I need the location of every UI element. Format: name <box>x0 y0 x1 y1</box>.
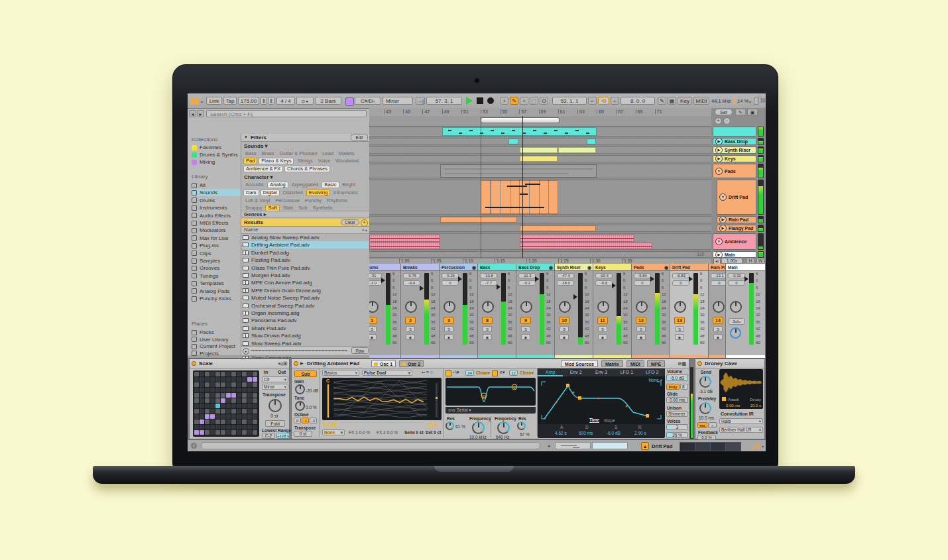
scale-grid-cell[interactable] <box>215 377 220 382</box>
scale-grid-cell[interactable] <box>242 420 247 424</box>
wavetable-display[interactable]: C <box>322 378 442 420</box>
sidebar-item-midi-effects[interactable]: MIDI Effects <box>192 219 243 227</box>
volume-field[interactable]: -7.7 <box>480 280 497 286</box>
cue-volume-knob[interactable] <box>730 327 741 339</box>
env-tab-env-3[interactable]: Env 3 <box>589 368 614 376</box>
osc-detune-value[interactable]: Det 0 ct <box>426 430 441 435</box>
env-tab-lfo-1[interactable]: LFO 1 <box>614 368 639 376</box>
track-activator-number[interactable]: 2 <box>405 317 416 324</box>
arrangement-position-field[interactable]: 57. 3. 1 <box>426 97 462 105</box>
scale-grid-cell[interactable] <box>253 430 257 435</box>
scale-grid-cell[interactable] <box>215 409 220 414</box>
scale-mode-select[interactable]: Minor <box>262 384 288 390</box>
scale-device-header[interactable]: Scale ⌖⊘▣ <box>190 359 289 368</box>
device-thumbnail-2[interactable] <box>695 442 711 451</box>
volume-field[interactable]: -1.0 <box>369 280 382 286</box>
list-item-file[interactable]: Orchestral Sweep Pad.adv <box>243 302 369 309</box>
track-play-icon[interactable]: ▶ <box>719 225 727 232</box>
volume-field[interactable]: -5.0 dB <box>666 374 688 381</box>
scale-grid-cell[interactable] <box>253 425 257 429</box>
scale-grid-cell[interactable] <box>215 420 220 424</box>
scale-grid-cell[interactable] <box>231 430 236 435</box>
add-filter-button[interactable]: + <box>361 219 368 227</box>
midi-map-button[interactable]: MIDI <box>693 97 709 105</box>
scale-grid-cell[interactable] <box>242 404 247 408</box>
scale-grid-cell[interactable] <box>237 382 241 387</box>
filter-tag-inharmonic[interactable]: Inharmonic <box>331 190 360 196</box>
sidebar-item-tunings[interactable]: Tunings <box>192 272 243 280</box>
scale-grid-cell[interactable] <box>215 393 220 398</box>
scale-grid-cell-active[interactable] <box>253 377 257 382</box>
solo-button[interactable]: S <box>369 326 377 332</box>
scale-grid-cell[interactable] <box>215 382 220 387</box>
sidebar-item-user-library[interactable]: User Library <box>192 336 238 343</box>
scale-grid-cell[interactable] <box>194 372 199 376</box>
scale-grid-cell[interactable] <box>194 425 199 429</box>
time-signature-field[interactable]: 4 / 4 <box>276 97 295 105</box>
peak-level-field[interactable]: -31 <box>369 273 382 278</box>
scale-grid-cell[interactable] <box>215 425 220 429</box>
track-header-synth-riser[interactable]: ▶Synth Riser <box>713 146 756 154</box>
play-button[interactable] <box>466 97 477 105</box>
scale-transpose-knob[interactable] <box>268 399 282 412</box>
scale-root-select[interactable]: C# <box>262 376 288 382</box>
scale-grid-cell[interactable] <box>205 430 209 435</box>
sustain-value[interactable]: -6.0 dB <box>607 431 621 435</box>
volume-fader-handle[interactable] <box>381 278 388 283</box>
pan-knob[interactable] <box>482 301 494 313</box>
list-item-file[interactable]: Drifting Ambient Pad.adv <box>243 241 369 249</box>
ir-attack-handle[interactable] <box>722 397 726 401</box>
filter-tag-stab[interactable]: Stab <box>281 205 295 211</box>
peak-level-field[interactable]: -5.83 <box>672 273 689 278</box>
scale-grid-cell[interactable] <box>237 393 241 398</box>
width-zoom-button[interactable]: W <box>756 258 764 264</box>
monitor-button[interactable]: ◉ <box>406 334 415 340</box>
scale-root-menu[interactable]: C#/D♭ <box>355 97 381 105</box>
solo-button[interactable]: S <box>521 326 530 332</box>
scale-grid-cell-active[interactable] <box>226 393 231 398</box>
volume-fader-handle[interactable] <box>744 276 751 282</box>
overdub-button[interactable]: + <box>501 97 508 105</box>
predelay-sync-button[interactable]: ♪ <box>708 422 717 428</box>
tab-osc1[interactable]: Osc 1 <box>371 360 396 367</box>
track-activator-number[interactable]: 13 <box>674 317 685 324</box>
ir-attack-value[interactable]: 0.00 ms <box>726 404 740 408</box>
tempo-field[interactable]: 175.00 <box>238 97 259 105</box>
scale-grid-cell[interactable] <box>194 393 199 398</box>
volume-fader-handle[interactable] <box>573 294 580 300</box>
scale-grid-cell[interactable] <box>226 404 231 408</box>
scale-name-menu[interactable]: Minor <box>383 97 413 105</box>
pan-knob[interactable] <box>559 301 571 313</box>
track-activator-number[interactable]: 14 <box>713 317 723 324</box>
octave-0-button[interactable]: 0 <box>294 418 301 423</box>
track-play-icon[interactable]: ▶ <box>715 155 723 162</box>
sidebar-item-max-for-live[interactable]: Max for Live <box>192 235 243 242</box>
mixer-strip-drift-pad[interactable]: Drift Pad-5.830606121824303642486013S◉ <box>670 264 709 358</box>
volume-field[interactable]: -0.2 <box>518 280 536 286</box>
mini-clip-box[interactable] <box>592 442 628 449</box>
monitor-button[interactable]: ◉ <box>369 334 377 340</box>
scale-grid-cell[interactable] <box>231 388 236 392</box>
filter-tag-arpeggiated[interactable]: Arpeggiated <box>290 182 320 188</box>
raw-button[interactable]: Raw <box>351 347 369 354</box>
scale-grid-cell[interactable] <box>231 409 236 414</box>
track-header-pads[interactable]: ▼Pads <box>713 164 756 178</box>
scale-grid-cell[interactable] <box>237 414 241 419</box>
scale-grid-cell[interactable] <box>221 382 225 387</box>
wavetable-table-select[interactable]: Pulse Dual <box>362 370 412 376</box>
scale-grid-cell[interactable] <box>242 393 247 398</box>
sidebar-item-instruments[interactable]: Instruments <box>192 204 243 211</box>
list-item-file[interactable]: Dunkel Pad.adg <box>243 249 369 256</box>
unison-voices-field[interactable]: 3 <box>666 424 688 430</box>
mixer-strip-header[interactable]: Rain Pad <box>709 264 725 271</box>
env-slope-toggle[interactable]: Slope <box>604 418 615 423</box>
solo-button[interactable]: S <box>713 326 723 332</box>
scale-grid-cell[interactable] <box>205 420 209 424</box>
scale-grid-cell-active[interactable] <box>194 430 199 435</box>
track-fold-icon[interactable]: ▼ <box>715 168 723 175</box>
filter1-slope-button[interactable]: 24 <box>465 370 474 376</box>
scale-grid-cell[interactable] <box>194 382 199 387</box>
scale-grid-cell[interactable] <box>247 388 252 392</box>
ir-display[interactable]: Attack Decay 0.00 ms 20.0 s <box>719 369 763 409</box>
mixer-strip-header[interactable]: Drift Pad <box>670 264 708 271</box>
